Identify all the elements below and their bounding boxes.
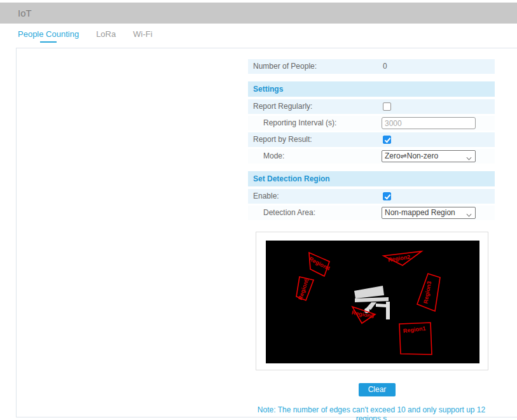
tab-people-counting[interactable]: People Counting bbox=[18, 28, 79, 43]
detection-section-header: Set Detection Region bbox=[248, 171, 495, 186]
tab-label: People Counting bbox=[18, 28, 79, 41]
detection-canvas-svg: Region1Region2Region3Region4Region5Regio… bbox=[266, 241, 479, 363]
row-number-of-people: Number of People: 0 bbox=[248, 59, 495, 74]
report-by-result-checkbox[interactable] bbox=[383, 136, 391, 144]
reporting-interval-input bbox=[382, 117, 476, 129]
chevron-down-icon bbox=[467, 155, 472, 158]
tab-label: Wi-Fi bbox=[133, 28, 152, 41]
row-report-by-result: Report by Result: bbox=[248, 132, 495, 147]
detection-section-title: Set Detection Region bbox=[248, 174, 330, 183]
report-by-result-label: Report by Result: bbox=[248, 135, 312, 144]
page: IoT People Counting LoRa Wi-Fi Number of… bbox=[0, 0, 517, 420]
number-of-people-value: 0 bbox=[383, 59, 387, 74]
page-title: IoT bbox=[18, 3, 32, 24]
page-header-bar: IoT bbox=[0, 3, 517, 24]
tab-wifi[interactable]: Wi-Fi bbox=[133, 28, 152, 41]
active-tab-underline bbox=[40, 41, 57, 43]
detection-area-select-value: Non-mapped Region bbox=[385, 208, 455, 217]
tab-lora[interactable]: LoRa bbox=[96, 28, 116, 41]
enable-checkbox[interactable] bbox=[383, 192, 391, 200]
reporting-interval-label: Reporting Interval (s): bbox=[248, 118, 336, 127]
settings-section-title: Settings bbox=[248, 85, 283, 94]
detection-area-select[interactable]: Non-mapped Region bbox=[382, 207, 476, 219]
row-reporting-interval: Reporting Interval (s): bbox=[248, 116, 495, 130]
mode-select[interactable]: Zero⇌Non-zero bbox=[382, 150, 476, 162]
note-text: Note: The number of edges can't exceed 1… bbox=[248, 405, 495, 420]
number-of-people-label: Number of People: bbox=[248, 62, 317, 71]
settings-section-header: Settings bbox=[248, 81, 495, 97]
row-mode: Mode: Zero⇌Non-zero bbox=[248, 149, 495, 164]
report-regularly-checkbox[interactable] bbox=[383, 102, 391, 111]
report-regularly-label: Report Regularly: bbox=[248, 102, 312, 111]
mode-label: Mode: bbox=[248, 151, 284, 160]
row-report-regularly: Report Regularly: bbox=[248, 99, 495, 114]
tabbar: People Counting LoRa Wi-Fi bbox=[18, 28, 153, 43]
enable-label: Enable: bbox=[248, 192, 279, 200]
detection-canvas[interactable]: Region1Region2Region3Region4Region5Regio… bbox=[266, 241, 479, 363]
tab-label: LoRa bbox=[96, 28, 116, 41]
detection-canvas-card: Region1Region2Region3Region4Region5Regio… bbox=[256, 232, 488, 370]
region-label-region6: Region6 bbox=[351, 309, 375, 319]
detection-area-label: Detection Area: bbox=[248, 208, 315, 217]
chevron-down-icon bbox=[467, 212, 472, 215]
clear-button[interactable]: Clear bbox=[359, 383, 396, 396]
row-enable: Enable: bbox=[248, 189, 495, 204]
region-label-region1: Region1 bbox=[403, 325, 425, 334]
mode-select-value: Zero⇌Non-zero bbox=[385, 151, 438, 160]
row-detection-area: Detection Area: Non-mapped Region bbox=[248, 206, 495, 220]
